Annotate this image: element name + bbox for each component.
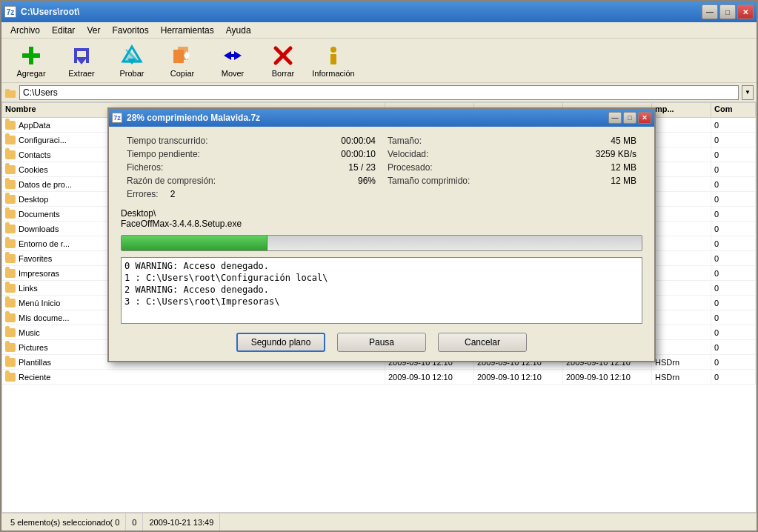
dialog-close[interactable]: ✕ — [638, 112, 651, 124]
file-attr — [652, 310, 711, 325]
menu-editar[interactable]: Editar — [46, 24, 81, 37]
app-icon: 7z — [4, 6, 16, 18]
dialog-content: Tiempo transcurrido: 00:00:04 Tiempo pen… — [109, 127, 654, 361]
address-input[interactable] — [19, 85, 739, 100]
folder-icon — [5, 299, 16, 307]
maximize-button[interactable]: □ — [719, 4, 736, 19]
file-date2: 2009-09-10 12:10 — [474, 370, 563, 384]
tool-copiar[interactable]: Copiar — [159, 41, 206, 80]
menu-archivo[interactable]: Archivo — [4, 24, 46, 37]
folder-icon — [5, 254, 16, 263]
tool-agregar-label: Agregar — [16, 69, 45, 78]
file-comp: 0 — [711, 133, 756, 147]
errores-label: Errores: — [127, 189, 159, 199]
folder-icon — [5, 328, 16, 337]
ficheros-value: 15 / 23 — [348, 162, 376, 173]
tamano-label: Tamaño: — [388, 136, 422, 146]
file-name: Impresoras — [19, 269, 59, 278]
velocidad-row: Velocidad: 3259 KB/s — [388, 149, 636, 159]
velocidad-label: Velocidad: — [388, 149, 428, 159]
folder-icon — [5, 358, 16, 367]
file-name: Menú Inicio — [19, 299, 60, 307]
file-attr — [652, 133, 711, 147]
file-attr — [652, 325, 711, 339]
file-attr — [652, 236, 711, 250]
file-comp: 0 — [711, 310, 756, 325]
dialog-maximize[interactable]: □ — [623, 112, 636, 124]
menu-ver[interactable]: Ver — [81, 24, 106, 37]
current-file: Desktop\FaceOffMax-3.4.4.8.Setup.exe — [121, 208, 642, 229]
file-name: AppData — [19, 121, 50, 130]
file-name: Downloads — [19, 225, 59, 233]
delete-icon — [271, 44, 295, 67]
info-icon — [322, 44, 345, 67]
file-name: Favorites — [19, 254, 52, 263]
file-attr — [652, 147, 711, 162]
tamano-row: Tamaño: 45 MB — [388, 136, 636, 146]
dialog-minimize[interactable]: — — [608, 112, 622, 124]
tool-extraer[interactable]: Extraer — [58, 41, 105, 80]
file-name: Music — [19, 328, 40, 337]
tamano-value: 45 MB — [611, 136, 636, 146]
table-row[interactable]: Reciente 2009-09-10 12:10 2009-09-10 12:… — [2, 370, 756, 385]
file-name: Contacts — [19, 150, 50, 159]
file-comp: 0 — [711, 251, 756, 265]
svg-rect-21 — [5, 90, 16, 98]
svg-rect-3 — [74, 48, 77, 63]
menu-ayuda[interactable]: Ayuda — [220, 24, 257, 37]
folder-icon — [5, 225, 16, 233]
svg-rect-20 — [330, 54, 336, 64]
menu-herramientas[interactable]: Herramientas — [155, 24, 220, 37]
file-comp: 0 — [711, 340, 756, 354]
file-name: Datos de pro... — [19, 180, 72, 189]
extract-icon — [70, 44, 93, 67]
tamano-comprimido-row: Tamaño comprimido: 12 MB — [388, 176, 636, 186]
tool-mover[interactable]: Mover — [209, 41, 256, 80]
move-icon — [221, 44, 245, 67]
tiempo-pendiente-row: Tiempo pendiente: 00:00:10 — [127, 149, 376, 159]
tool-agregar[interactable]: Agregar — [7, 41, 55, 80]
file-comp: 0 — [711, 192, 756, 206]
file-name: Cookies — [19, 165, 48, 174]
folder-icon — [5, 373, 16, 382]
folder-icon — [5, 136, 16, 144]
tiempo-transcurrido-row: Tiempo transcurrido: 00:00:04 — [127, 136, 376, 146]
ficheros-row: Ficheros: 15 / 23 — [127, 162, 376, 173]
file-attr: HSDrn — [652, 370, 711, 384]
file-name: Mis docume... — [19, 313, 69, 322]
close-button[interactable]: ✕ — [737, 4, 754, 19]
procesado-value: 12 MB — [611, 162, 636, 173]
menu-favoritos[interactable]: Favoritos — [106, 24, 154, 37]
address-dropdown[interactable]: ▼ — [742, 85, 754, 100]
address-folder-icon — [4, 87, 16, 99]
dialog-title: 28% comprimiendo Malavida.7z — [127, 113, 608, 123]
tool-probar[interactable]: Probar — [108, 41, 156, 80]
file-comp: 0 — [711, 162, 756, 176]
tiempo-pendiente-label: Tiempo pendiente: — [127, 149, 200, 159]
velocidad-value: 3259 KB/s — [596, 149, 636, 159]
file-name: Pictures — [19, 343, 48, 352]
minimize-button[interactable]: — — [702, 4, 718, 19]
segundo-plano-button[interactable]: Segundo plano — [236, 333, 325, 352]
compress-dialog: 7z 28% comprimiendo Malavida.7z — □ ✕ Ti… — [107, 107, 656, 362]
folder-icon — [5, 150, 16, 159]
col-attr[interactable]: mp... — [652, 103, 711, 117]
file-comp: 0 — [711, 325, 756, 339]
cancelar-button[interactable]: Cancelar — [438, 333, 527, 352]
svg-rect-4 — [86, 48, 89, 63]
file-name: Configuraci... — [19, 136, 67, 144]
col-comp[interactable]: Com — [711, 103, 756, 117]
address-bar: ▼ — [1, 83, 757, 102]
file-comp: 0 — [711, 177, 756, 191]
folder-icon — [5, 313, 16, 322]
file-comp: 0 — [711, 355, 756, 369]
file-attr — [652, 177, 711, 191]
pausa-button[interactable]: Pausa — [337, 333, 426, 352]
svg-point-19 — [330, 47, 336, 53]
file-attr: HSDrn — [652, 355, 711, 369]
tool-borrar[interactable]: Borrar — [259, 41, 307, 80]
tiempo-pendiente-value: 00:00:10 — [341, 149, 376, 159]
file-comp: 0 — [711, 222, 756, 236]
tool-informacion[interactable]: Información — [310, 41, 357, 80]
folder-icon — [5, 343, 16, 352]
